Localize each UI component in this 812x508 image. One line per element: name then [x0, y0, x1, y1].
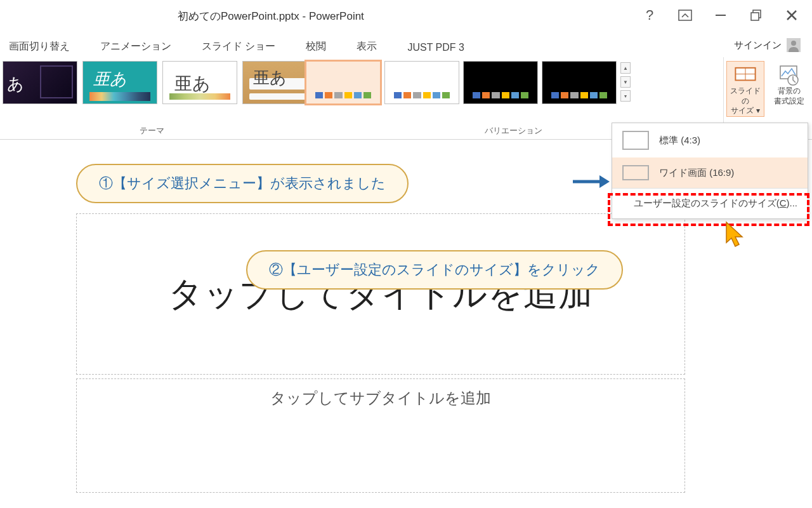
- ribbon-tabs: 画面切り替え アニメーション スライド ショー 校閲 表示 JUST PDF 3: [0, 32, 812, 57]
- group-themes: あ 亜あ 亜あ 亜あ ▲ ▼ ▾ テーマ: [0, 57, 303, 139]
- window-controls: ?: [642, 8, 799, 23]
- variation-gallery: [306, 61, 617, 104]
- tab-review[interactable]: 校閲: [303, 36, 329, 57]
- svg-marker-13: [599, 175, 610, 188]
- expand-gallery-icon[interactable]: ▾: [620, 90, 631, 102]
- subtitle-placeholder[interactable]: タップしてサブタイトルを追加: [76, 378, 685, 493]
- dropdown-item-standard[interactable]: 標準 (4:3): [612, 123, 808, 157]
- tab-view[interactable]: 表示: [354, 36, 379, 57]
- title-bar: 初めてのPowerPoint.pptx - PowerPoint ?: [0, 0, 812, 32]
- aspect-16-9-icon: [622, 165, 649, 180]
- cursor-pointer-icon: [723, 221, 749, 253]
- variation-option[interactable]: [306, 61, 381, 104]
- variation-option[interactable]: [463, 61, 538, 104]
- slide-size-label: スライドのサイズ ▾: [727, 86, 764, 116]
- svg-point-6: [791, 41, 796, 46]
- aspect-4-3-icon: [622, 131, 649, 150]
- sign-in[interactable]: サインイン: [734, 38, 801, 52]
- tab-slideshow[interactable]: スライド ショー: [199, 36, 278, 57]
- theme-gallery: あ 亜あ 亜あ 亜あ: [3, 61, 317, 104]
- theme-option[interactable]: 亜あ: [82, 61, 157, 104]
- svg-rect-0: [679, 10, 691, 20]
- ribbon-display-options-icon[interactable]: [678, 8, 693, 23]
- close-icon[interactable]: [784, 8, 799, 23]
- sign-in-label: サインイン: [734, 39, 782, 51]
- slide-size-button[interactable]: スライドのサイズ ▾: [726, 61, 764, 117]
- help-icon[interactable]: ?: [642, 8, 657, 23]
- bg-format-label: 背景の書式設定: [774, 86, 804, 106]
- callout-text: ①【サイズ選択メニュー】が表示されました: [99, 175, 386, 191]
- dropdown-item-custom-size[interactable]: ユーザー設定のスライドのサイズ(C)...: [612, 188, 808, 218]
- variation-gallery-spinner: ▲ ▼ ▾: [620, 62, 631, 102]
- subtitle-placeholder-text: タップしてサブタイトルを追加: [77, 388, 684, 408]
- restore-icon[interactable]: [749, 8, 764, 23]
- tab-justpdf[interactable]: JUST PDF 3: [405, 38, 467, 57]
- theme-option[interactable]: あ: [3, 61, 77, 104]
- group-label-themes: テーマ: [3, 123, 301, 139]
- callout-text: ②【ユーザー設定のスライドのサイズ】をクリック: [269, 262, 600, 277]
- dropdown-item-label: 標準 (4:3): [659, 135, 700, 147]
- annotation-callout-1: ①【サイズ選択メニュー】が表示されました: [76, 164, 409, 203]
- background-format-button[interactable]: 背景の書式設定: [770, 61, 808, 117]
- variation-option[interactable]: [384, 61, 459, 104]
- app-title: 初めてのPowerPoint.pptx - PowerPoint: [178, 9, 364, 23]
- variation-option[interactable]: [542, 61, 617, 104]
- annotation-arrow-icon: [573, 173, 610, 190]
- tab-animation[interactable]: アニメーション: [98, 36, 174, 57]
- annotation-callout-2: ②【ユーザー設定のスライドのサイズ】をクリック: [246, 250, 623, 290]
- minimize-icon[interactable]: [713, 8, 728, 23]
- dropdown-item-wide[interactable]: ワイド画面 (16:9): [612, 157, 808, 188]
- scroll-up-icon[interactable]: ▲: [620, 62, 631, 74]
- theme-option[interactable]: 亜あ: [162, 61, 237, 104]
- dropdown-item-label: ワイド画面 (16:9): [659, 167, 734, 179]
- svg-rect-3: [751, 13, 759, 20]
- scroll-down-icon[interactable]: ▼: [620, 76, 631, 88]
- avatar-icon: [787, 38, 801, 52]
- slide-size-dropdown: 標準 (4:3) ワイド画面 (16:9) ユーザー設定のスライドのサイズ(C)…: [612, 123, 808, 219]
- tab-transition[interactable]: 画面切り替え: [6, 36, 72, 57]
- title-placeholder[interactable]: タップしてタイトルを追加: [76, 213, 685, 375]
